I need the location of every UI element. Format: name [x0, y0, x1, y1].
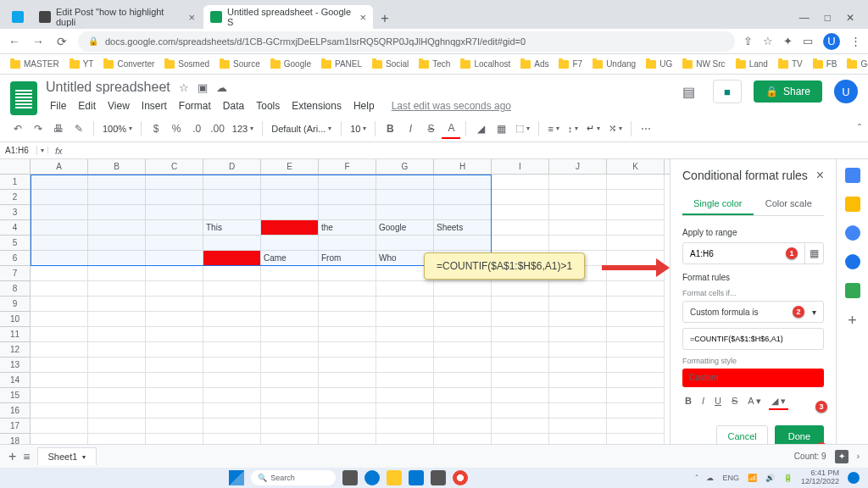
cell-C13[interactable] — [146, 358, 203, 373]
star-icon[interactable]: ☆ — [179, 81, 189, 94]
tray-wifi-icon[interactable]: 📶 — [748, 474, 757, 482]
cell-G2[interactable] — [376, 190, 434, 205]
cell-C17[interactable] — [146, 419, 203, 434]
cell-H3[interactable] — [434, 205, 492, 220]
cell-C16[interactable] — [146, 403, 203, 419]
cell-D13[interactable] — [203, 358, 261, 373]
taskbar-app-store[interactable] — [431, 470, 446, 485]
cell-K12[interactable] — [607, 342, 665, 358]
cell-A15[interactable] — [31, 388, 88, 403]
col-header-A[interactable]: A — [31, 159, 88, 174]
cancel-button[interactable]: Cancel — [716, 425, 767, 444]
row-header-10[interactable]: 10 — [0, 312, 31, 327]
doc-title[interactable]: Untitled spreadsheet — [46, 80, 170, 95]
menu-insert[interactable]: Insert — [137, 98, 171, 114]
tab-color-scale[interactable]: Color scale — [754, 193, 825, 215]
cell-E9[interactable] — [261, 297, 319, 312]
cell-G13[interactable] — [376, 358, 434, 373]
bookmark-tech[interactable]: Tech — [415, 59, 453, 69]
window-maximize[interactable]: □ — [825, 12, 831, 24]
cell-B7[interactable] — [88, 266, 146, 281]
cell-E18[interactable] — [261, 434, 319, 444]
url-input[interactable]: 🔒 docs.google.com/spreadsheets/d/1CB-GCr… — [78, 31, 735, 52]
cell-J16[interactable] — [549, 403, 607, 419]
cell-C3[interactable] — [146, 205, 203, 220]
window-close[interactable]: ✕ — [846, 12, 854, 24]
cell-A9[interactable] — [31, 297, 88, 312]
cell-J2[interactable] — [549, 190, 607, 205]
cell-D11[interactable] — [203, 327, 261, 342]
cell-A16[interactable] — [31, 403, 88, 419]
cell-B1[interactable] — [88, 175, 146, 190]
menu-format[interactable]: Format — [175, 98, 215, 114]
cell-C8[interactable] — [146, 281, 203, 297]
cell-F17[interactable] — [319, 419, 376, 434]
cell-B8[interactable] — [88, 281, 146, 297]
print-icon[interactable]: 🖶 — [49, 119, 68, 139]
cell-B16[interactable] — [88, 403, 146, 419]
col-header-J[interactable]: J — [549, 159, 607, 174]
valign-button[interactable]: ↕▾ — [565, 124, 582, 134]
percent-button[interactable]: % — [167, 119, 186, 139]
cell-B14[interactable] — [88, 373, 146, 388]
cell-D5[interactable] — [203, 236, 261, 251]
row-header-5[interactable]: 5 — [0, 236, 31, 251]
last-edit-link[interactable]: Last edit was seconds ago — [387, 98, 515, 114]
cell-I18[interactable] — [492, 434, 549, 444]
tray-clock[interactable]: 6:41 PM12/12/2022 — [801, 469, 839, 486]
cell-E4[interactable] — [261, 220, 319, 236]
row-header-3[interactable]: 3 — [0, 205, 31, 220]
cell-I17[interactable] — [492, 419, 549, 434]
cell-I14[interactable] — [492, 373, 549, 388]
row-header-12[interactable]: 12 — [0, 342, 31, 358]
cell-K13[interactable] — [607, 358, 665, 373]
text-color-button[interactable]: A — [442, 119, 460, 139]
window-minimize[interactable]: — — [799, 12, 810, 24]
cell-K16[interactable] — [607, 403, 665, 419]
cell-A5[interactable] — [31, 236, 88, 251]
bookmark-master[interactable]: MASTER — [7, 59, 63, 69]
font-select[interactable]: Default (Ari...▾ — [268, 124, 336, 134]
strike-button[interactable]: S — [421, 119, 440, 139]
side-panel-toggle-icon[interactable]: › — [857, 452, 860, 461]
style-preview[interactable]: Custom — [682, 369, 824, 387]
cell-E10[interactable] — [261, 312, 319, 327]
taskbar-app-chrome[interactable] — [453, 470, 468, 485]
cell-H14[interactable] — [434, 373, 492, 388]
bookmark-converter[interactable]: Converter — [100, 59, 158, 69]
reading-list-icon[interactable]: ▭ — [803, 35, 813, 47]
cell-H1[interactable] — [434, 175, 492, 190]
cell-J18[interactable] — [549, 434, 607, 444]
cell-A6[interactable] — [31, 251, 88, 266]
cell-D9[interactable] — [203, 297, 261, 312]
cell-C2[interactable] — [146, 190, 203, 205]
name-box[interactable]: A1:H6 — [0, 146, 37, 155]
bookmark-ug[interactable]: UG — [643, 59, 676, 69]
row-header-13[interactable]: 13 — [0, 358, 31, 373]
bookmark-localhost[interactable]: Localhost — [457, 59, 514, 69]
profile-avatar[interactable]: U — [823, 33, 840, 50]
cell-E12[interactable] — [261, 342, 319, 358]
menu-view[interactable]: View — [103, 98, 134, 114]
halign-button[interactable]: ≡▾ — [544, 124, 562, 134]
maps-rail-icon[interactable] — [845, 283, 860, 298]
bookmark-gov[interactable]: Gov — [843, 59, 868, 69]
cell-K11[interactable] — [607, 327, 665, 342]
cell-F15[interactable] — [319, 388, 376, 403]
cell-A18[interactable] — [31, 434, 88, 444]
comments-icon[interactable]: ▤ — [677, 80, 701, 103]
cell-G4[interactable]: Google — [376, 220, 434, 236]
cell-F16[interactable] — [319, 403, 376, 419]
move-icon[interactable]: ▣ — [198, 81, 208, 94]
cloud-status-icon[interactable]: ☁ — [216, 81, 227, 94]
cell-I3[interactable] — [492, 205, 549, 220]
cell-B3[interactable] — [88, 205, 146, 220]
cell-H16[interactable] — [434, 403, 492, 419]
cell-H12[interactable] — [434, 342, 492, 358]
cell-B13[interactable] — [88, 358, 146, 373]
borders-button[interactable]: ▦ — [492, 119, 510, 139]
cell-A3[interactable] — [31, 205, 88, 220]
menu-edit[interactable]: Edit — [74, 98, 100, 114]
col-header-H[interactable]: H — [434, 159, 492, 174]
taskbar-app-taskview[interactable] — [342, 470, 358, 485]
